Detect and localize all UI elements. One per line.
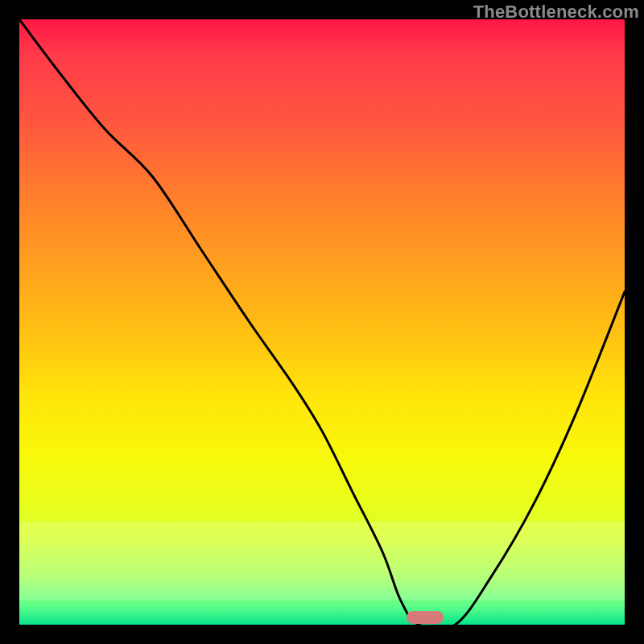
optimal-point-marker: [407, 611, 444, 624]
chart-frame: TheBottleneck.com: [0, 0, 644, 644]
plot-area: [19, 19, 625, 625]
bottleneck-curve: [19, 19, 625, 625]
watermark-text: TheBottleneck.com: [473, 2, 639, 23]
